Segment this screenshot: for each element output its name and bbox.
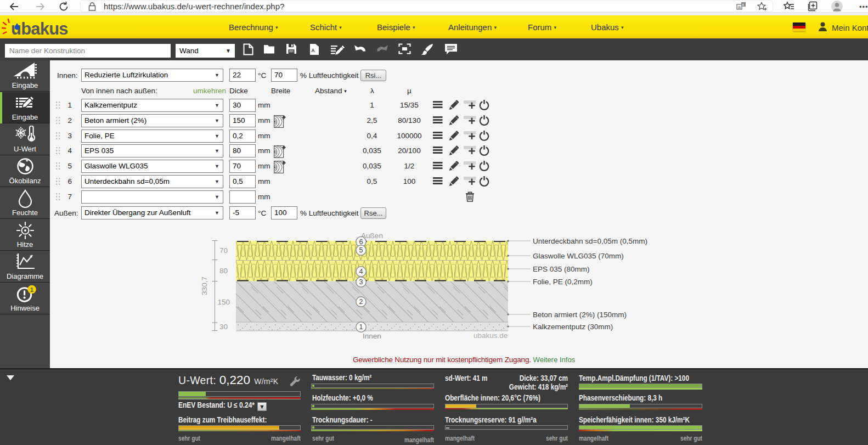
svg-text:30: 30 (219, 323, 228, 331)
svg-text:150: 150 (218, 298, 230, 306)
svg-text:Kalkzementputz (30mm): Kalkzementputz (30mm) (533, 323, 613, 331)
svg-text:x: x (742, 3, 745, 7)
svg-text:A: A (311, 48, 315, 53)
svg-text:a: a (738, 4, 741, 10)
svg-text:Innen: Innen (363, 332, 381, 340)
svg-text:1: 1 (30, 286, 33, 293)
svg-text:6: 6 (359, 238, 363, 246)
svg-text:80: 80 (219, 267, 228, 275)
svg-text:EPS 035 (80mm): EPS 035 (80mm) (533, 265, 590, 273)
svg-text:Beton armiert (2%) (150mm): Beton armiert (2%) (150mm) (533, 311, 627, 319)
svg-text:5: 5 (359, 246, 363, 254)
svg-text:3: 3 (359, 278, 363, 286)
svg-text:4: 4 (359, 268, 363, 275)
svg-text:Folie, PE (0,2mm): Folie, PE (0,2mm) (533, 278, 593, 286)
svg-text:Glaswolle WLG035 (70mm): Glaswolle WLG035 (70mm) (533, 252, 624, 260)
svg-text:Unterdeckbahn sd=0,05m (0,5mm): Unterdeckbahn sd=0,05m (0,5mm) (533, 237, 647, 245)
svg-text:2: 2 (359, 298, 363, 306)
svg-text:ubakus.de: ubakus.de (474, 331, 508, 340)
svg-text:1: 1 (359, 323, 363, 331)
svg-text:330,7: 330,7 (200, 277, 208, 295)
svg-text:70: 70 (219, 246, 228, 255)
